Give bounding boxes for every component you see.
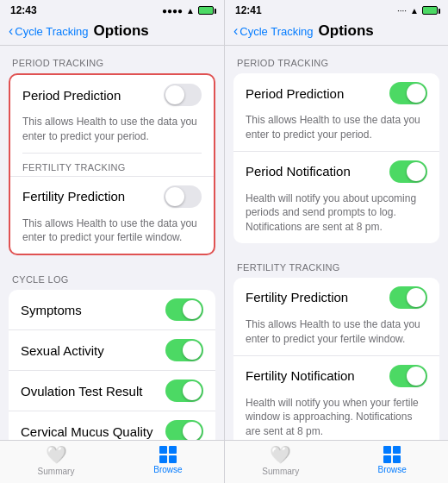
signal-right: ····: [397, 6, 407, 16]
battery-right: [422, 6, 438, 15]
back-label-left: Cycle Tracking: [15, 25, 88, 38]
tab-summary-left[interactable]: 🤍 Summary: [0, 444, 112, 476]
left-panel: 12:43 ●●●● ▲ ‹ Cycle Tracking Options PE…: [0, 0, 224, 483]
fertility-notification-row-right: Fertility Notification: [233, 355, 439, 396]
time-left: 12:43: [10, 4, 37, 16]
back-button-right[interactable]: ‹ Cycle Tracking: [233, 23, 314, 39]
fertility-prediction-row-right: Fertility Prediction: [233, 278, 439, 317]
fertility-prediction-toggle-left[interactable]: [164, 185, 202, 208]
time-right: 12:41: [235, 4, 262, 16]
symptoms-label-left: Symptoms: [21, 303, 82, 317]
section-header-cycle-log-left: CYCLE LOG: [0, 262, 224, 290]
wifi-right: ▲: [410, 6, 419, 16]
scroll-right[interactable]: PERIOD TRACKING Period Prediction This a…: [225, 46, 448, 440]
tab-bar-right: 🤍 Summary Browse: [225, 440, 448, 483]
period-prediction-row-left: Period Prediction: [10, 75, 214, 115]
period-prediction-label-left: Period Prediction: [22, 88, 121, 103]
period-notification-desc-right: Health will notify you about upcoming pe…: [233, 191, 439, 243]
nav-bar-right: ‹ Cycle Tracking Options: [225, 19, 448, 46]
nav-title-right: Options: [319, 22, 374, 40]
scroll-left[interactable]: PERIOD TRACKING Period Prediction This a…: [0, 46, 224, 440]
nav-title-left: Options: [94, 22, 149, 40]
back-chevron-right: ‹: [233, 23, 238, 39]
tab-bar-left: 🤍 Summary Browse: [0, 440, 224, 483]
back-label-right: Cycle Tracking: [240, 25, 313, 38]
tab-browse-label-right: Browse: [378, 465, 407, 474]
section-header-period-left: PERIOD TRACKING: [0, 46, 224, 73]
period-notification-toggle-right[interactable]: [389, 160, 427, 183]
tab-summary-right[interactable]: 🤍 Summary: [225, 444, 337, 476]
tab-browse-label-left: Browse: [153, 465, 182, 474]
browse-icon-right: [383, 446, 401, 463]
status-bar-left: 12:43 ●●●● ▲: [0, 0, 224, 19]
wifi-left: ▲: [186, 6, 195, 16]
period-tracking-card-left: Period Prediction This allows Health to …: [9, 73, 215, 255]
status-bar-right: 12:41 ···· ▲: [225, 0, 448, 19]
tab-browse-left[interactable]: Browse: [112, 446, 224, 474]
period-notification-row-right: Period Notification: [233, 151, 439, 191]
heart-icon-left: 🤍: [46, 444, 67, 465]
fertility-prediction-label-left: Fertility Prediction: [22, 189, 125, 204]
fertility-notification-toggle-right[interactable]: [389, 365, 427, 387]
cervical-label-left: Cervical Mucus Quality: [21, 424, 152, 439]
back-button-left[interactable]: ‹ Cycle Tracking: [9, 23, 89, 39]
tab-summary-label-right: Summary: [262, 467, 299, 476]
browse-icon-left: [159, 446, 177, 463]
fertility-prediction-desc-left: This allows Health to use the data you e…: [10, 216, 214, 254]
fertility-prediction-label-right: Fertility Prediction: [246, 290, 348, 304]
fertility-prediction-toggle-right[interactable]: [389, 286, 427, 309]
fertility-prediction-desc-right: This allows Health to use the data you e…: [233, 317, 439, 355]
cervical-toggle-left[interactable]: [165, 420, 203, 440]
battery-left: [198, 6, 214, 15]
period-prediction-row-right: Period Prediction: [233, 73, 439, 113]
fertility-prediction-row-left: Fertility Prediction: [10, 176, 214, 216]
sexual-activity-row-left: Sexual Activity: [9, 329, 215, 370]
fertility-notification-label-right: Fertility Notification: [246, 368, 355, 383]
ovulation-label-left: Ovulation Test Result: [21, 384, 142, 398]
period-prediction-toggle-right[interactable]: [389, 82, 427, 104]
period-notification-label-right: Period Notification: [246, 164, 351, 179]
fertility-tracking-card-right: Fertility Prediction This allows Health …: [233, 278, 439, 440]
status-icons-right: ···· ▲: [397, 6, 438, 16]
heart-icon-right: 🤍: [270, 444, 291, 465]
cervical-row-left: Cervical Mucus Quality: [9, 411, 215, 440]
back-chevron-left: ‹: [9, 23, 13, 39]
sexual-activity-toggle-left[interactable]: [165, 339, 203, 361]
fertility-tracking-subheader-left: FERTILITY TRACKING: [10, 154, 214, 176]
tab-summary-label-left: Summary: [38, 467, 75, 476]
symptoms-row-left: Symptoms: [9, 290, 215, 329]
right-panel: 12:41 ···· ▲ ‹ Cycle Tracking Options PE…: [224, 0, 448, 483]
period-prediction-toggle-left[interactable]: [164, 84, 202, 106]
ovulation-toggle-left[interactable]: [165, 380, 203, 402]
tab-browse-right[interactable]: Browse: [337, 446, 449, 474]
section-header-period-right: PERIOD TRACKING: [225, 46, 448, 73]
fertility-notification-desc-right: Health will notify you when your fertile…: [233, 396, 439, 440]
section-header-fertility-right: FERTILITY TRACKING: [225, 250, 448, 278]
status-icons-left: ●●●● ▲: [162, 6, 214, 16]
cycle-log-card-left: Symptoms Sexual Activity Ovulation Test …: [9, 290, 215, 440]
symptoms-toggle-left[interactable]: [165, 298, 203, 321]
signal-left: ●●●●: [162, 6, 183, 16]
nav-bar-left: ‹ Cycle Tracking Options: [0, 19, 224, 46]
period-tracking-card-right: Period Prediction This allows Health to …: [233, 73, 439, 243]
ovulation-row-left: Ovulation Test Result: [9, 370, 215, 411]
period-prediction-label-right: Period Prediction: [246, 86, 344, 101]
period-prediction-desc-right: This allows Health to use the data you e…: [233, 113, 439, 151]
sexual-activity-label-left: Sexual Activity: [21, 343, 104, 358]
period-prediction-desc-left: This allows Health to use the data you e…: [10, 115, 214, 153]
